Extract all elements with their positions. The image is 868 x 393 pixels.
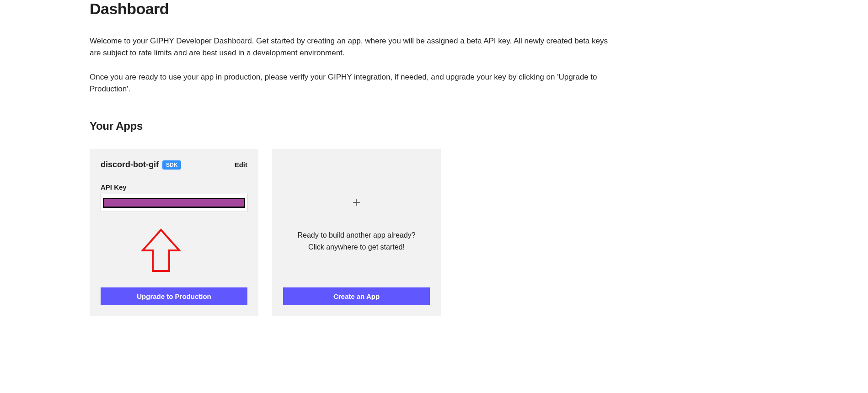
app-name: discord-bot-gif [101, 160, 159, 170]
arrow-annotation-icon [138, 228, 184, 275]
api-key-label: API Key [101, 183, 247, 191]
api-key-field[interactable] [101, 194, 247, 212]
apps-section-title: Your Apps [90, 120, 624, 133]
app-card: discord-bot-gif SDK Edit API Key Upgrade… [90, 149, 258, 316]
app-card-header: discord-bot-gif SDK Edit [101, 160, 247, 170]
intro-paragraph-1: Welcome to your GIPHY Developer Dashboar… [90, 35, 620, 59]
plus-icon: + [353, 195, 361, 210]
apps-grid: discord-bot-gif SDK Edit API Key Upgrade… [90, 149, 624, 316]
page-title: Dashboard [90, 0, 624, 18]
upgrade-to-production-button[interactable]: Upgrade to Production [101, 287, 247, 305]
intro-paragraph-2: Once you are ready to use your app in pr… [90, 71, 620, 96]
create-text-line2: Click anywhere to get started! [308, 241, 405, 253]
app-name-group: discord-bot-gif SDK [101, 160, 181, 170]
create-app-card[interactable]: + Ready to build another app already? Cl… [272, 149, 441, 316]
edit-button[interactable]: Edit [235, 161, 247, 169]
create-card-content: + Ready to build another app already? Cl… [298, 160, 416, 287]
create-text-line1: Ready to build another app already? [298, 229, 416, 241]
api-key-redacted [103, 198, 245, 208]
create-an-app-button[interactable]: Create an App [283, 287, 430, 305]
sdk-badge: SDK [162, 160, 181, 170]
